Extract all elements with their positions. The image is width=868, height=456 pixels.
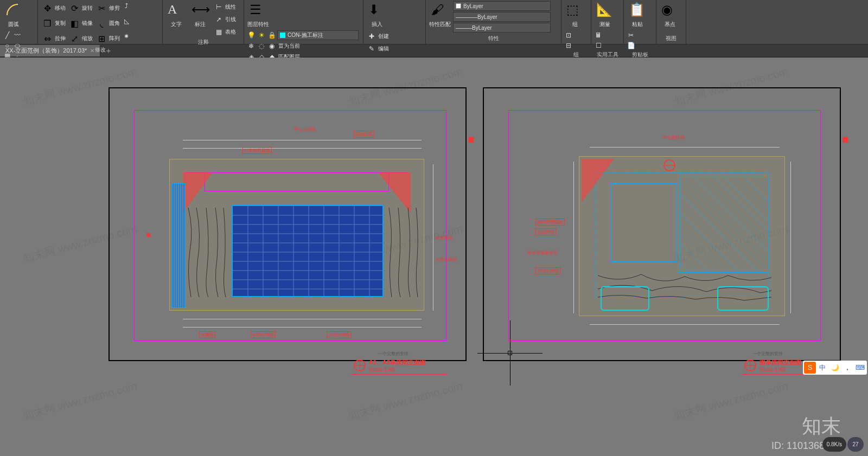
panel-clipboard: 📋 粘贴 ✂📄 剪贴板 — [624, 0, 656, 44]
basepoint-icon: ◉ — [661, 2, 679, 20]
anno2-basin: 台盆饰面 — [535, 228, 556, 235]
wood-right — [386, 208, 422, 297]
svg-marker-0 — [183, 172, 213, 213]
stretch-tool[interactable]: ⇔拉伸 — [40, 31, 67, 46]
edit-block-tool[interactable]: ✎编辑 — [366, 43, 401, 55]
copy-tool[interactable]: ❐复制 — [40, 16, 67, 30]
linear-dim-tool[interactable]: ⊢线性 — [213, 1, 237, 13]
chamfer-icon[interactable]: ◺ — [122, 16, 131, 26]
line-icon[interactable]: ╱ — [2, 30, 12, 40]
linetype-dropdown[interactable]: ——— ByLayer — [453, 23, 551, 33]
set-current-tool[interactable]: 置为当前 — [277, 41, 301, 51]
extend-icon[interactable]: ⤴ — [122, 1, 131, 11]
create-icon: ✚ — [367, 31, 376, 41]
drawing-frame-2: 郑中室内设计 中心定位线 淋浴玻璃隔板 台盆饰面 除水帘视量放空 大理石饰面 一… — [483, 87, 841, 361]
copy-icon: ❐ — [41, 17, 53, 29]
anno-wood2: 木材饰面 — [435, 235, 452, 241]
dim-bottom — [183, 319, 422, 319]
move-tool[interactable]: ✥移动 — [40, 1, 67, 15]
layer-dropdown[interactable]: CON-施工标注 — [277, 30, 359, 40]
drawing1-title: A1、A2单床间立面图 — [369, 358, 426, 367]
section-mark-icon2 — [744, 359, 756, 371]
anno-centerline: 中心定位线 — [294, 126, 316, 132]
temperature[interactable]: 27 — [847, 437, 864, 452]
off-icon[interactable]: ◌ — [257, 41, 266, 51]
table-tool[interactable]: ▦表格 — [213, 26, 237, 38]
measure-tool[interactable]: 📐 测量 — [593, 1, 616, 29]
cut-icon[interactable]: ✂ — [626, 30, 636, 40]
scale-tool[interactable]: ⤢缩放 — [67, 31, 94, 46]
rotate-tool[interactable]: ⟳旋转 — [67, 1, 94, 15]
anno-marble2: 大理石饰面 — [251, 331, 276, 338]
measure-icon: 📐 — [596, 2, 614, 20]
select-icon[interactable]: ☐ — [593, 41, 603, 50]
ime-lang-button[interactable]: 中 — [816, 362, 828, 374]
move-icon: ✥ — [41, 2, 53, 14]
panel-modify: ✥移动 ⟳旋转 ✂修剪 ⤴ ❐复制 ◧镜像 ◟圆角 ◺ ⇔拉伸 ⤢缩放 ⊞阵列 … — [38, 0, 163, 44]
group-a-icon[interactable]: ⊡ — [564, 30, 573, 40]
ribbon: 圆弧 ╱〰 ○⬭ ▦· 绘图 ✥移动 ⟳旋转 ✂修剪 ⤴ ❐复制 ◧镜像 ◟圆角… — [0, 0, 868, 44]
layers-icon: ☰ — [250, 2, 267, 20]
freeze-icon[interactable]: ❄ — [246, 41, 256, 51]
ime-s-button[interactable]: S — [804, 362, 816, 374]
dim-top2 — [183, 140, 422, 140]
sun-icon[interactable]: ☀ — [257, 30, 266, 40]
panel-group: ⬚ 组 ⊡⊟ 组 — [561, 0, 591, 44]
ellipse-icon[interactable]: ⬭ — [12, 41, 22, 50]
title-underline — [351, 374, 446, 375]
group-b-icon[interactable]: ⊟ — [564, 41, 573, 50]
drawing2-scale: Scale 1:40 — [760, 367, 785, 372]
linear-icon: ⊢ — [214, 2, 224, 12]
ime-moon-icon[interactable]: 🌙 — [829, 362, 841, 374]
circle-icon[interactable]: ○ — [2, 41, 12, 50]
net-speed[interactable]: 0.8K/s — [822, 437, 846, 452]
table-icon: ▦ — [214, 27, 224, 37]
group-icon: ⬚ — [566, 2, 584, 20]
lineweight-dropdown[interactable]: ———— ByLayer — [453, 12, 551, 22]
ime-toolbar[interactable]: S 中 🌙 ， ⌨ — [803, 361, 867, 375]
basepoint-tool[interactable]: ◉ 基点 — [659, 1, 681, 29]
arc-icon — [5, 2, 22, 20]
layer-props-tool[interactable]: ☰ 图层特性 — [246, 1, 270, 29]
anno-marble3: 大理石饰面 — [327, 331, 352, 338]
paste-tool[interactable]: 📋 粘贴 — [626, 1, 649, 29]
leader-tool[interactable]: ↗引线 — [213, 14, 237, 25]
ime-kb-icon[interactable]: ⌨ — [854, 362, 866, 374]
insert-tool[interactable]: ⬇ 插入 — [366, 1, 388, 29]
text-tool[interactable]: A 文字 — [165, 1, 188, 29]
group-tool[interactable]: ⬚ 组 — [564, 1, 586, 29]
dim-right — [433, 164, 433, 311]
mirror-tool[interactable]: ◧镜像 — [67, 16, 94, 30]
wood-left — [186, 208, 229, 297]
match-props-tool[interactable]: 🖌 特性匹配 — [428, 1, 452, 29]
fillet-tool[interactable]: ◟圆角 — [94, 16, 121, 30]
iso-icon[interactable]: ◉ — [267, 41, 277, 51]
drawing-canvas[interactable]: 知末网 www.znzmo.com 知末网 www.znzmo.com 知末网 … — [0, 57, 868, 456]
color-dropdown[interactable]: ByLayer — [453, 1, 551, 11]
panel-props-label[interactable]: 特性 — [428, 34, 559, 43]
copy2-icon[interactable]: 📄 — [626, 41, 636, 50]
array-tool[interactable]: ⊞阵列 — [94, 31, 121, 46]
calc-icon[interactable]: 🖩 — [593, 30, 603, 40]
dim2-top — [590, 147, 780, 147]
vanity-mirror-left — [611, 183, 676, 262]
bulb-icon[interactable]: 💡 — [246, 30, 256, 40]
create-block-tool[interactable]: ✚创建 — [366, 30, 401, 42]
dim-tool[interactable]: ⟷ 标注 — [189, 1, 212, 29]
dim2-right — [790, 162, 791, 313]
panel-annot-label[interactable]: 注释 — [165, 38, 241, 47]
panel-modify-label[interactable]: 修改 — [40, 46, 160, 54]
panel-properties: 🖌 特性匹配 ByLayer ———— ByLayer ——— ByLayer … — [426, 0, 561, 44]
draw-small-tools: ╱〰 ○⬭ ▦· — [2, 30, 22, 61]
lock-icon[interactable]: 🔒 — [267, 30, 277, 40]
array-icon: ⊞ — [95, 33, 107, 44]
ime-punct-icon[interactable]: ， — [841, 362, 853, 374]
arc-tool[interactable]: 圆弧 — [2, 1, 25, 29]
panel-view-label[interactable]: 视图 — [659, 34, 684, 43]
explode-icon[interactable]: ✷ — [122, 31, 131, 41]
watermark: 知末网 www.znzmo.com — [22, 379, 138, 423]
insert-icon: ⬇ — [368, 2, 386, 20]
spline-icon[interactable]: 〰 — [12, 30, 22, 40]
brand-watermark: 知末 — [802, 413, 841, 440]
trim-tool[interactable]: ✂修剪 — [94, 1, 121, 15]
